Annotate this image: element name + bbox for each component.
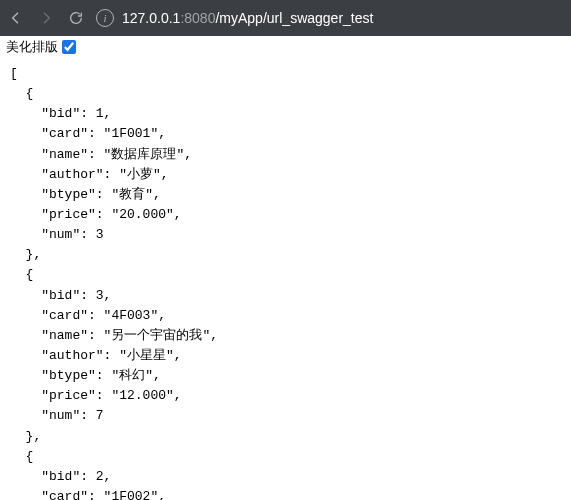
json-line: },: [10, 427, 561, 447]
url-path: /myApp/url_swagger_test: [215, 10, 373, 26]
json-line: "price": "12.000",: [10, 386, 561, 406]
json-line: {: [10, 84, 561, 104]
json-line: "bid": 1,: [10, 104, 561, 124]
url-text: 127.0.0.1:8080/myApp/url_swagger_test: [122, 10, 373, 26]
url-bar[interactable]: i 127.0.0.1:8080/myApp/url_swagger_test: [96, 9, 563, 27]
site-info-icon[interactable]: i: [96, 9, 114, 27]
json-line: "num": 3: [10, 225, 561, 245]
json-line: "author": "小萝",: [10, 165, 561, 185]
json-content: [{"bid": 1,"card": "1F001","name": "数据库原…: [0, 58, 571, 500]
url-port: :8080: [180, 10, 215, 26]
json-line: "author": "小星星",: [10, 346, 561, 366]
json-line: [: [10, 64, 561, 84]
json-line: "bid": 3,: [10, 286, 561, 306]
reload-icon[interactable]: [68, 10, 84, 26]
url-host: 127.0.0.1: [122, 10, 180, 26]
json-line: "btype": "科幻",: [10, 366, 561, 386]
json-line: "name": "另一个宇宙的我",: [10, 326, 561, 346]
json-line: "bid": 2,: [10, 467, 561, 487]
nav-controls: [8, 10, 84, 26]
pretty-print-checkbox[interactable]: [62, 40, 76, 54]
json-line: {: [10, 265, 561, 285]
forward-icon[interactable]: [38, 10, 54, 26]
json-line: },: [10, 245, 561, 265]
json-line: "btype": "教育",: [10, 185, 561, 205]
json-line: "card": "4F003",: [10, 306, 561, 326]
json-line: "card": "1F002",: [10, 487, 561, 500]
pretty-print-bar: 美化排版: [0, 36, 571, 58]
json-line: "card": "1F001",: [10, 124, 561, 144]
pretty-print-label: 美化排版: [6, 38, 58, 56]
json-line: {: [10, 447, 561, 467]
back-icon[interactable]: [8, 10, 24, 26]
browser-toolbar: i 127.0.0.1:8080/myApp/url_swagger_test: [0, 0, 571, 36]
json-line: "num": 7: [10, 406, 561, 426]
json-line: "price": "20.000",: [10, 205, 561, 225]
json-line: "name": "数据库原理",: [10, 145, 561, 165]
